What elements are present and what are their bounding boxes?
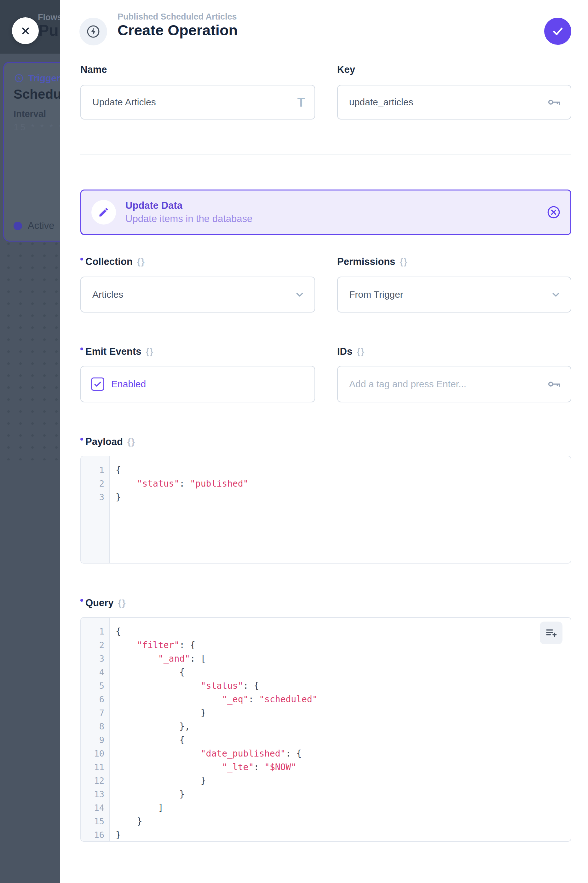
playlist-add-icon	[545, 627, 557, 639]
ids-label-row: IDs {}	[337, 346, 571, 357]
key-label-row: Key	[337, 64, 571, 75]
page-title: Create Operation	[117, 21, 238, 39]
banner-title: Update Data	[125, 200, 546, 211]
collection-label: Collection	[86, 256, 133, 268]
banner-subtitle: Update items in the database	[125, 213, 546, 224]
key-input[interactable]	[349, 97, 547, 108]
required-indicator	[80, 347, 83, 350]
trigger-card-property-label: Interval	[14, 109, 46, 119]
raw-value-icon[interactable]: {}	[137, 257, 145, 267]
required-indicator	[80, 258, 83, 260]
collection-select[interactable]: Articles	[80, 277, 315, 313]
close-icon	[20, 25, 32, 37]
operation-icon-chip	[80, 18, 107, 45]
background-page-title: Pu	[39, 21, 58, 40]
key-icon	[547, 95, 561, 110]
banner-icon-circle	[92, 200, 116, 224]
trigger-card: Trigger Schedul Interval 15 * * * * Acti…	[3, 62, 60, 242]
bolt-icon	[14, 74, 24, 83]
payload-line-numbers: 123	[81, 456, 110, 563]
ids-tag-input[interactable]	[349, 379, 547, 390]
trigger-card-property-value: 15 * * * *	[14, 122, 60, 132]
name-input[interactable]	[92, 97, 297, 108]
banner-texts: Update Data Update items in the database	[125, 200, 546, 224]
status-dot	[14, 222, 22, 230]
background-breadcrumb: Flows	[38, 13, 60, 23]
key-icon	[547, 377, 561, 391]
raw-value-icon[interactable]: {}	[357, 347, 365, 357]
close-drawer-button[interactable]	[12, 17, 39, 44]
emit-events-checkbox[interactable]	[91, 378, 104, 391]
raw-value-icon[interactable]: {}	[127, 437, 135, 447]
key-label: Key	[337, 64, 355, 75]
name-input-wrap: T	[80, 85, 315, 119]
add-field-button[interactable]	[540, 621, 562, 644]
dimmed-background-page: Flows Pu Trigger Schedul Interval 15 * *…	[0, 0, 60, 883]
required-indicator	[80, 438, 83, 441]
app: Flows Pu Trigger Schedul Interval 15 * *…	[0, 0, 588, 883]
emit-events-field: Enabled	[80, 366, 315, 402]
bolt-icon	[86, 24, 100, 39]
payload-label: Payload	[86, 436, 123, 447]
check-icon	[551, 24, 565, 38]
text-type-icon: T	[297, 96, 305, 108]
collection-value: Articles	[92, 289, 294, 300]
permissions-label-row: Permissions {}	[337, 256, 571, 268]
name-label: Name	[80, 64, 107, 75]
query-label-row: Query {}	[80, 597, 315, 609]
raw-value-icon[interactable]: {}	[146, 347, 154, 357]
section-divider	[80, 154, 571, 155]
remove-operation-type-icon[interactable]	[546, 205, 561, 220]
emit-events-label-row: Emit Events {}	[80, 346, 315, 357]
trigger-card-type: Trigger	[14, 73, 60, 84]
permissions-select[interactable]: From Trigger	[337, 277, 571, 313]
collection-label-row: Collection {}	[80, 256, 315, 268]
breadcrumb: Published Scheduled Articles	[117, 12, 237, 22]
emit-events-label: Emit Events	[86, 346, 141, 357]
raw-value-icon[interactable]: {}	[118, 598, 126, 608]
query-label: Query	[86, 597, 114, 609]
chevron-down-icon	[294, 289, 306, 301]
ids-label: IDs	[337, 346, 352, 357]
emit-events-checkbox-label: Enabled	[111, 379, 146, 390]
permissions-value: From Trigger	[349, 289, 550, 300]
trigger-card-status: Active	[14, 220, 60, 232]
pencil-icon	[98, 206, 110, 218]
required-indicator	[80, 599, 83, 602]
trigger-card-title: Schedul	[14, 87, 60, 102]
name-label-row: Name	[80, 64, 315, 75]
checkbox-check-icon	[93, 379, 102, 389]
key-input-wrap	[337, 85, 571, 119]
trigger-card-type-label: Trigger	[28, 73, 60, 84]
operation-type-banner[interactable]: Update Data Update items in the database	[80, 190, 571, 235]
raw-value-icon[interactable]: {}	[400, 257, 408, 267]
payload-label-row: Payload {}	[80, 436, 315, 447]
save-operation-button[interactable]	[544, 18, 571, 45]
query-code-editor[interactable]: 12345678910111213141516 { "filter": { "_…	[80, 617, 571, 842]
status-label: Active	[28, 220, 54, 232]
payload-code[interactable]: { "status": "published"}	[110, 456, 571, 563]
create-operation-drawer: Published Scheduled Articles Create Oper…	[60, 0, 588, 883]
query-line-numbers: 12345678910111213141516	[81, 618, 110, 841]
ids-input-wrap	[337, 366, 571, 402]
permissions-label: Permissions	[337, 256, 395, 268]
chevron-down-icon	[550, 289, 562, 301]
query-code[interactable]: { "filter": { "_and": [ { "status": { "_…	[110, 618, 571, 841]
payload-code-editor[interactable]: 123 { "status": "published"}	[80, 456, 571, 564]
